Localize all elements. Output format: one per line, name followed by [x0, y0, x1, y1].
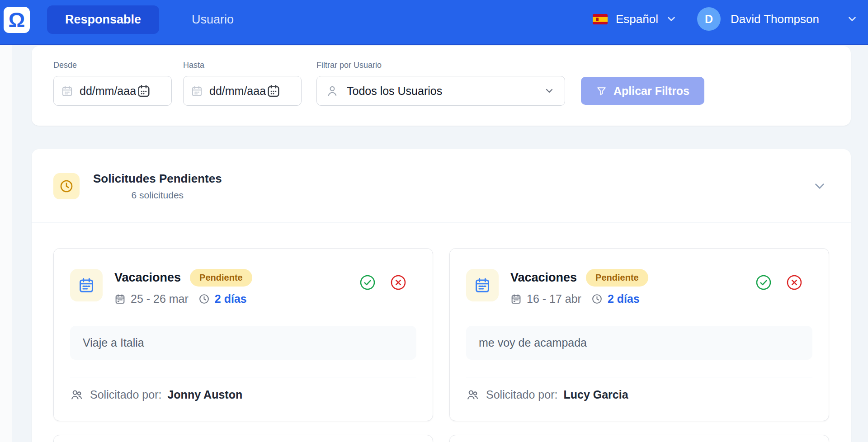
- calendar-icon: [78, 277, 95, 294]
- vacation-calendar-badge: [70, 269, 103, 301]
- chevron-down-icon: [665, 13, 677, 25]
- users-icon: [466, 388, 479, 401]
- request-header: Vacaciones Pendiente 16 - 17 abr 2 días: [466, 269, 812, 306]
- filter-funnel-icon: [596, 85, 607, 97]
- calendar-small-icon: [114, 293, 126, 305]
- request-card-partial: [53, 435, 433, 442]
- users-icon: [70, 388, 83, 401]
- reject-button[interactable]: [390, 274, 406, 291]
- avatar-initial: D: [705, 13, 713, 26]
- request-meta: 16 - 17 abr 2 días: [510, 292, 648, 306]
- filter-to-group: Hasta dd/mm/aaaa: [183, 61, 302, 106]
- check-circle-icon: [359, 274, 376, 291]
- pending-requests-section: Solicitudes Pendientes 6 solicitudes Vac…: [32, 149, 851, 442]
- tab-usuario[interactable]: Usuario: [187, 5, 238, 34]
- request-footer: Solicitado por: Jonny Auston: [70, 377, 416, 401]
- requester-name: Lucy Garcia: [563, 388, 628, 401]
- calendar-icon: [61, 85, 73, 97]
- reject-button[interactable]: [786, 274, 802, 291]
- spain-flag-icon: [593, 14, 608, 24]
- navbar-right: Español D David Thompson: [593, 7, 858, 31]
- date-to-value: dd/mm/aaaa: [209, 85, 266, 98]
- to-label: Hasta: [183, 61, 302, 70]
- filter-bar: Desde dd/mm/aaaa Hasta dd/mm/aaaa Filtra…: [32, 46, 851, 126]
- user-menu[interactable]: D David Thompson: [697, 7, 858, 31]
- clock-icon: [59, 179, 74, 193]
- date-from-value: dd/mm/aaaa: [80, 85, 136, 98]
- navbar: Ω Responsable Usuario Español D David Th…: [0, 0, 868, 45]
- chevron-down-icon: [812, 179, 827, 194]
- date-range: 16 - 17 abr: [527, 292, 581, 306]
- requests-grid: Vacaciones Pendiente 25 - 26 mar 2 días: [32, 223, 851, 442]
- user-filter-select[interactable]: Todos los Usuarios: [316, 76, 565, 106]
- request-type: Vacaciones: [510, 271, 577, 285]
- requested-by-label: Solicitado por:: [90, 388, 161, 401]
- date-to-input[interactable]: dd/mm/aaaa: [183, 76, 302, 106]
- apply-filters-button[interactable]: Aplicar Filtros: [581, 77, 704, 105]
- request-description: me voy de acampada: [466, 326, 812, 360]
- avatar: D: [697, 7, 721, 31]
- request-info: Vacaciones Pendiente 25 - 26 mar 2 días: [114, 269, 252, 306]
- date-picker-icon[interactable]: [267, 84, 280, 98]
- duration: 2 días: [215, 292, 247, 306]
- language-switcher[interactable]: Español: [593, 12, 677, 26]
- request-description: Viaje a Italia: [70, 326, 416, 360]
- filter-from-group: Desde dd/mm/aaaa: [53, 61, 172, 106]
- section-header-texts: Solicitudes Pendientes 6 solicitudes: [93, 172, 222, 201]
- clock-small-icon: [591, 293, 603, 305]
- user-filter-label: Filtrar por Usuario: [316, 61, 565, 70]
- collapse-section-button[interactable]: [812, 179, 827, 194]
- request-card: Vacaciones Pendiente 25 - 26 mar 2 días: [53, 248, 433, 421]
- clock-small-icon: [198, 293, 210, 305]
- app-logo[interactable]: Ω: [4, 7, 30, 33]
- date-range: 25 - 26 mar: [131, 292, 189, 306]
- request-info: Vacaciones Pendiente 16 - 17 abr 2 días: [510, 269, 648, 306]
- requested-by-label: Solicitado por:: [486, 388, 557, 401]
- date-from-input[interactable]: dd/mm/aaaa: [53, 76, 172, 106]
- pending-clock-badge: [53, 173, 80, 199]
- calendar-icon: [191, 85, 203, 97]
- date-picker-icon[interactable]: [137, 84, 151, 98]
- request-meta: 25 - 26 mar 2 días: [114, 292, 252, 306]
- filter-user-group: Filtrar por Usuario Todos los Usuarios: [316, 61, 565, 106]
- request-header: Vacaciones Pendiente 25 - 26 mar 2 días: [70, 269, 416, 306]
- approve-button[interactable]: [755, 274, 772, 291]
- vacation-calendar-badge: [466, 269, 499, 301]
- duration: 2 días: [608, 292, 640, 306]
- calendar-icon: [474, 277, 491, 294]
- omega-logo-icon: Ω: [9, 9, 25, 30]
- requester-name: Jonny Auston: [167, 388, 242, 401]
- from-label: Desde: [53, 61, 172, 70]
- status-badge: Pendiente: [586, 269, 648, 287]
- check-circle-icon: [755, 274, 772, 291]
- approve-button[interactable]: [359, 274, 376, 291]
- user-filter-value: Todos los Usuarios: [347, 85, 442, 98]
- request-actions: [755, 274, 812, 291]
- section-count: 6 solicitudes: [132, 190, 184, 201]
- request-actions: [359, 274, 416, 291]
- x-circle-icon: [390, 274, 406, 291]
- x-circle-icon: [786, 274, 802, 291]
- left-gutter: [0, 45, 12, 442]
- apply-filters-label: Aplicar Filtros: [613, 85, 689, 98]
- user-name: David Thompson: [731, 12, 819, 26]
- section-title: Solicitudes Pendientes: [93, 172, 222, 186]
- chevron-down-icon: [846, 13, 858, 25]
- section-header: Solicitudes Pendientes 6 solicitudes: [32, 149, 851, 201]
- request-footer: Solicitado por: Lucy Garcia: [466, 377, 812, 401]
- request-card: Vacaciones Pendiente 16 - 17 abr 2 días: [449, 248, 829, 421]
- calendar-small-icon: [510, 293, 522, 305]
- status-badge: Pendiente: [190, 269, 252, 287]
- tab-responsable[interactable]: Responsable: [47, 5, 159, 34]
- request-type: Vacaciones: [114, 271, 181, 285]
- chevron-down-icon: [544, 85, 555, 96]
- language-label: Español: [616, 12, 658, 26]
- request-card-partial: [449, 435, 829, 442]
- person-icon: [326, 85, 339, 97]
